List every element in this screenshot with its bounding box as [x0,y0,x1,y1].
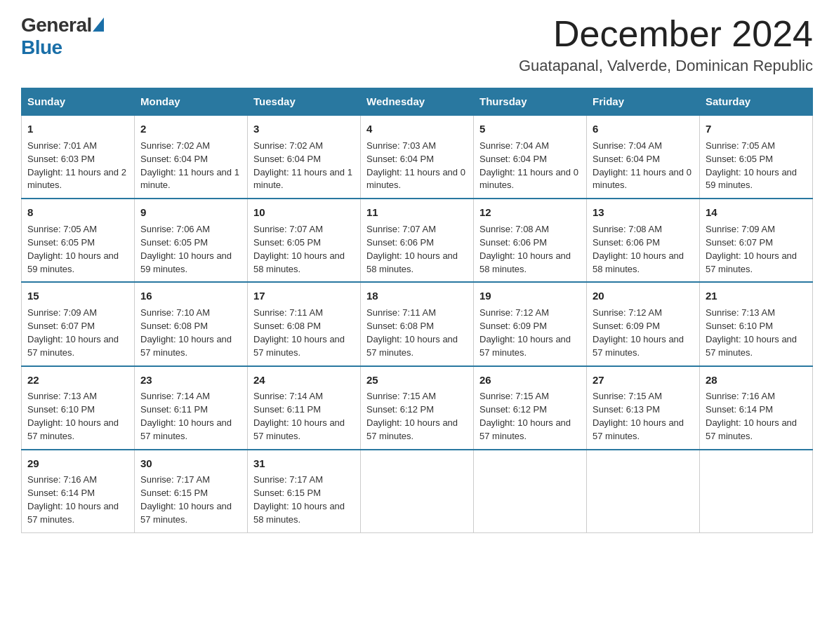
calendar-cell: 9Sunrise: 7:06 AMSunset: 6:05 PMDaylight… [135,199,248,282]
day-number: 18 [366,288,468,304]
day-number: 27 [593,373,694,388]
sunrise-text: Sunrise: 7:07 AM [253,224,323,234]
sunset-text: Sunset: 6:10 PM [706,321,773,331]
sunrise-text: Sunrise: 7:05 AM [27,224,97,234]
day-number: 6 [593,121,694,137]
sunset-text: Sunset: 6:07 PM [27,321,95,331]
sunset-text: Sunset: 6:04 PM [593,154,660,164]
sunrise-text: Sunrise: 7:10 AM [140,307,210,318]
calendar-cell: 20Sunrise: 7:12 AMSunset: 6:09 PMDayligh… [587,282,700,365]
calendar-week-row: 15Sunrise: 7:09 AMSunset: 6:07 PMDayligh… [22,282,813,365]
day-number: 15 [27,288,128,304]
sunrise-text: Sunrise: 7:03 AM [366,140,436,151]
day-number: 20 [593,288,694,304]
sunrise-text: Sunrise: 7:07 AM [366,224,436,234]
sunrise-text: Sunrise: 7:04 AM [479,140,549,151]
calendar-cell: 7Sunrise: 7:05 AMSunset: 6:05 PMDaylight… [700,115,813,199]
daylight-text: Daylight: 10 hours and 57 minutes. [27,501,119,525]
day-number: 8 [27,205,128,220]
daylight-text: Daylight: 10 hours and 57 minutes. [366,417,458,441]
calendar-cell: 6Sunrise: 7:04 AMSunset: 6:04 PMDaylight… [587,115,700,199]
calendar-cell: 11Sunrise: 7:07 AMSunset: 6:06 PMDayligh… [361,199,474,282]
day-number: 4 [366,121,468,137]
daylight-text: Daylight: 10 hours and 57 minutes. [706,417,797,441]
sunset-text: Sunset: 6:13 PM [593,404,660,415]
day-number: 30 [140,456,241,471]
calendar-week-row: 8Sunrise: 7:05 AMSunset: 6:05 PMDaylight… [22,199,813,282]
daylight-text: Daylight: 10 hours and 57 minutes. [253,417,345,441]
calendar-cell: 30Sunrise: 7:17 AMSunset: 6:15 PMDayligh… [135,450,248,533]
header-wednesday: Wednesday [361,88,474,116]
day-number: 3 [253,121,355,137]
header-thursday: Thursday [474,88,587,116]
sunrise-text: Sunrise: 7:09 AM [27,307,97,318]
day-number: 14 [706,205,807,220]
calendar-cell: 31Sunrise: 7:17 AMSunset: 6:15 PMDayligh… [248,450,361,533]
sunset-text: Sunset: 6:07 PM [706,237,773,248]
day-number: 25 [366,373,468,388]
sunset-text: Sunset: 6:04 PM [253,154,321,164]
day-number: 11 [366,205,468,220]
daylight-text: Daylight: 10 hours and 57 minutes. [593,334,684,358]
calendar-cell: 13Sunrise: 7:08 AMSunset: 6:06 PMDayligh… [587,199,700,282]
sunrise-text: Sunrise: 7:01 AM [27,140,97,151]
calendar-cell [700,450,813,533]
daylight-text: Daylight: 10 hours and 59 minutes. [140,250,232,274]
header-tuesday: Tuesday [248,88,361,116]
day-number: 5 [479,121,581,137]
sunrise-text: Sunrise: 7:14 AM [253,391,323,401]
weekday-header-row: Sunday Monday Tuesday Wednesday Thursday… [22,88,813,116]
sunset-text: Sunset: 6:05 PM [706,154,773,164]
calendar-cell: 28Sunrise: 7:16 AMSunset: 6:14 PMDayligh… [700,366,813,450]
day-number: 21 [706,288,807,304]
calendar-cell: 22Sunrise: 7:13 AMSunset: 6:10 PMDayligh… [22,366,135,450]
daylight-text: Daylight: 10 hours and 57 minutes. [140,501,232,525]
calendar-cell: 17Sunrise: 7:11 AMSunset: 6:08 PMDayligh… [248,282,361,365]
sunset-text: Sunset: 6:11 PM [140,404,208,415]
header-monday: Monday [135,88,248,116]
day-number: 31 [253,456,355,471]
daylight-text: Daylight: 10 hours and 58 minutes. [366,250,458,274]
day-number: 2 [140,121,241,137]
daylight-text: Daylight: 11 hours and 0 minutes. [479,167,578,191]
sunrise-text: Sunrise: 7:04 AM [593,140,662,151]
daylight-text: Daylight: 10 hours and 59 minutes. [706,167,797,191]
daylight-text: Daylight: 10 hours and 57 minutes. [27,334,119,358]
day-number: 13 [593,205,694,220]
sunset-text: Sunset: 6:12 PM [366,404,434,415]
sunrise-text: Sunrise: 7:12 AM [479,307,549,318]
calendar-cell: 18Sunrise: 7:11 AMSunset: 6:08 PMDayligh… [361,282,474,365]
sunset-text: Sunset: 6:05 PM [27,237,95,248]
day-number: 1 [27,121,128,137]
sunset-text: Sunset: 6:04 PM [366,154,434,164]
sunset-text: Sunset: 6:11 PM [253,404,321,415]
calendar-cell: 12Sunrise: 7:08 AMSunset: 6:06 PMDayligh… [474,199,587,282]
sunset-text: Sunset: 6:05 PM [253,237,321,248]
calendar-table: Sunday Monday Tuesday Wednesday Thursday… [21,88,813,533]
month-title: December 2024 [519,14,813,54]
sunset-text: Sunset: 6:15 PM [140,488,208,498]
logo-general-text: General [21,14,92,36]
daylight-text: Daylight: 10 hours and 58 minutes. [253,501,345,525]
calendar-cell: 4Sunrise: 7:03 AMSunset: 6:04 PMDaylight… [361,115,474,199]
daylight-text: Daylight: 10 hours and 57 minutes. [706,334,797,358]
sunset-text: Sunset: 6:08 PM [253,321,321,331]
sunset-text: Sunset: 6:15 PM [253,488,321,498]
day-number: 29 [27,456,128,471]
day-number: 19 [479,288,581,304]
sunset-text: Sunset: 6:14 PM [27,488,95,498]
sunset-text: Sunset: 6:04 PM [140,154,208,164]
calendar-cell [361,450,474,533]
sunset-text: Sunset: 6:10 PM [27,404,95,415]
sunset-text: Sunset: 6:06 PM [593,237,660,248]
calendar-cell: 15Sunrise: 7:09 AMSunset: 6:07 PMDayligh… [22,282,135,365]
daylight-text: Daylight: 10 hours and 57 minutes. [366,334,458,358]
calendar-cell: 29Sunrise: 7:16 AMSunset: 6:14 PMDayligh… [22,450,135,533]
sunrise-text: Sunrise: 7:13 AM [706,307,775,318]
sunrise-text: Sunrise: 7:16 AM [27,474,97,485]
day-number: 28 [706,373,807,388]
sunset-text: Sunset: 6:08 PM [140,321,208,331]
location-title: Guatapanal, Valverde, Dominican Republic [519,57,813,75]
day-number: 24 [253,373,355,388]
sunset-text: Sunset: 6:09 PM [479,321,547,331]
